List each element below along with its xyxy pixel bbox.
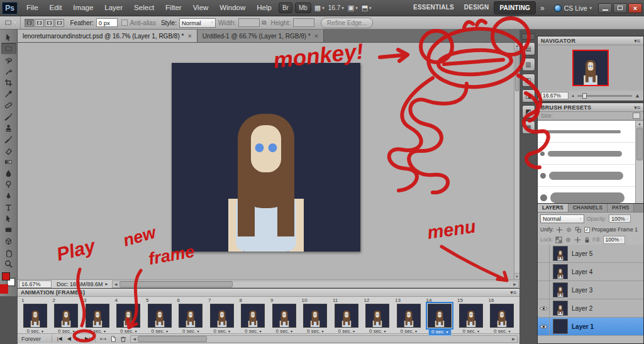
animation-frame[interactable]: 2 0 sec. ▾ — [51, 297, 82, 333]
frame-delay-select[interactable]: 0 sec. ▾ — [269, 328, 300, 335]
frame-delay-select[interactable]: 0 sec. ▾ — [19, 328, 51, 335]
fill-field[interactable]: 100%▸ — [603, 236, 625, 244]
scroll-down-icon[interactable]: ▼ — [514, 273, 519, 279]
vertical-scrollbar[interactable]: ▲ ▼ — [514, 43, 519, 279]
next-frame-button[interactable]: ▶| — [82, 336, 92, 341]
horizontal-scrollbar[interactable]: ◀ ▶ — [112, 280, 519, 288]
tool-button[interactable] — [1, 88, 16, 99]
canvas-artwork[interactable] — [172, 63, 360, 252]
layer-name[interactable]: Layer 4 — [572, 269, 592, 275]
layer-row[interactable]: Layer 2 — [538, 299, 643, 318]
view-extras-dropdown[interactable]: ▦▾ — [314, 4, 325, 12]
lock-pixels-button[interactable] — [564, 236, 572, 243]
tool-button[interactable] — [1, 224, 16, 235]
layer-row[interactable]: Layer 4 — [538, 263, 643, 281]
scroll-thumb[interactable] — [138, 336, 207, 342]
layer-thumbnail[interactable] — [553, 282, 568, 297]
frame-thumbnail[interactable] — [241, 304, 265, 328]
animation-frame[interactable]: 10 0 sec. ▾ — [300, 297, 331, 333]
frame-thumbnail[interactable] — [428, 304, 452, 328]
lock-position-button[interactable] — [574, 236, 581, 243]
frame-thumbnail[interactable] — [210, 304, 234, 328]
layer-row[interactable]: Layer 3 — [538, 281, 643, 299]
tool-button[interactable] — [1, 65, 16, 77]
width-input[interactable] — [238, 18, 260, 27]
animation-panel-menu-button[interactable]: ▾≡ — [510, 289, 516, 296]
expand-panels-button[interactable]: ◂◂ — [521, 33, 535, 40]
layer-thumbnail[interactable] — [553, 301, 568, 316]
animation-frame[interactable]: 11 0 sec. ▾ — [331, 297, 362, 333]
previous-frame-button[interactable]: ◀ — [65, 336, 74, 341]
menu-item[interactable]: View — [187, 0, 214, 16]
tool-button[interactable] — [1, 201, 16, 213]
frame-thumbnail[interactable] — [365, 304, 389, 328]
layer-name[interactable]: Layer 5 — [572, 250, 592, 257]
frame-delay-select[interactable]: 0 sec. ▾ — [428, 328, 452, 336]
frame-delay-select[interactable]: 0 sec. ▾ — [455, 328, 487, 335]
unify-position-button[interactable] — [556, 226, 564, 233]
panel-tab[interactable]: PATHS — [608, 204, 635, 212]
zoom-out-icon[interactable]: ▲ — [571, 94, 575, 97]
tool-button[interactable] — [1, 167, 16, 179]
frame-delay-select[interactable]: 0 sec. ▾ — [487, 328, 518, 335]
tool-button[interactable] — [1, 213, 16, 224]
menu-item[interactable]: Help — [251, 0, 277, 16]
animation-frame[interactable]: 9 0 sec. ▾ — [269, 297, 300, 333]
foreground-color-swatch[interactable] — [2, 272, 10, 280]
delete-frame-button[interactable] — [118, 335, 128, 343]
docked-panel-icon-styles[interactable]: ◧ — [522, 74, 535, 87]
frame-thumbnail[interactable] — [272, 304, 296, 328]
animation-frame[interactable]: 16 0 sec. ▾ — [487, 297, 518, 333]
frame-delay-select[interactable]: 0 sec. ▾ — [206, 328, 238, 335]
antialias-checkbox[interactable] — [121, 19, 128, 26]
animation-frame[interactable]: 6 0 sec. ▾ — [175, 297, 207, 333]
arrange-documents-dropdown[interactable]: ▣▾ — [348, 4, 358, 12]
frame-thumbnail[interactable] — [148, 304, 172, 328]
brush-presets-panel-menu-button[interactable]: ▾≡ — [634, 104, 640, 111]
blend-mode-select[interactable]: Normal▾ — [540, 214, 584, 223]
frame-delay-select[interactable]: 0 sec. ▾ — [238, 328, 269, 335]
document-tab[interactable]: Untitled-1 @ 66.7% (Layer 1, RGB/8) * × — [197, 30, 324, 42]
layer-thumbnail[interactable] — [553, 319, 568, 334]
menu-item[interactable]: Select — [128, 0, 160, 16]
tool-button[interactable] — [1, 31, 16, 43]
frame-delay-select[interactable]: 0 sec. ▾ — [362, 328, 394, 335]
scroll-thumb[interactable] — [636, 128, 643, 160]
tool-button[interactable] — [1, 247, 16, 258]
intersect-selection-button[interactable] — [55, 19, 64, 27]
restore-button[interactable] — [613, 3, 627, 13]
frame-thumbnail[interactable] — [23, 304, 47, 328]
frame-delay-select[interactable]: 0 sec. ▾ — [82, 328, 113, 335]
style-select[interactable]: Normal▾ — [179, 18, 216, 28]
layer-thumbnail[interactable] — [553, 264, 568, 279]
scroll-left-icon[interactable]: ◀ — [113, 282, 119, 286]
workspace-button[interactable]: DESIGN — [459, 1, 494, 14]
frame-thumbnail[interactable] — [116, 304, 140, 328]
layer-thumbnail[interactable] — [553, 246, 568, 261]
panel-tab[interactable]: LAYERS — [538, 204, 569, 212]
screen-mode-dropdown[interactable]: ⬒▾ — [362, 4, 372, 12]
docked-panel-icon-swatches[interactable]: ▥ — [522, 58, 535, 71]
scroll-thumb[interactable] — [119, 281, 233, 287]
tool-button[interactable] — [1, 133, 16, 145]
animation-frame[interactable]: 8 0 sec. ▾ — [238, 297, 269, 333]
tool-button[interactable] — [1, 43, 16, 54]
animation-frame[interactable]: 13 0 sec. ▾ — [393, 297, 425, 333]
animation-frame[interactable]: 15 0 sec. ▾ — [455, 297, 487, 333]
layer-visibility-cell[interactable] — [538, 245, 550, 262]
tool-button[interactable] — [1, 156, 16, 167]
navigator-panel-menu-button[interactable]: ▾≡ — [634, 38, 640, 44]
photoshop-logo[interactable]: Ps — [2, 2, 18, 14]
animation-frame[interactable]: 14 0 sec. ▾ — [425, 297, 456, 333]
frame-delay-select[interactable]: 0 sec. ▾ — [51, 328, 82, 335]
frame-delay-select[interactable]: 0 sec. ▾ — [175, 328, 207, 335]
animation-frame[interactable]: 5 0 sec. ▾ — [144, 297, 175, 333]
canvas-area[interactable] — [18, 43, 514, 279]
tool-button[interactable] — [1, 190, 16, 201]
scroll-left-icon[interactable]: ◀ — [131, 336, 138, 341]
frames-scrollbar[interactable]: ◀ ▶ — [130, 335, 518, 343]
tool-button[interactable] — [1, 179, 16, 190]
workspace-button[interactable]: PAINTING — [494, 1, 536, 14]
zoom-in-icon[interactable]: ▲ — [635, 92, 640, 99]
first-frame-button[interactable]: |◀ — [55, 336, 65, 341]
